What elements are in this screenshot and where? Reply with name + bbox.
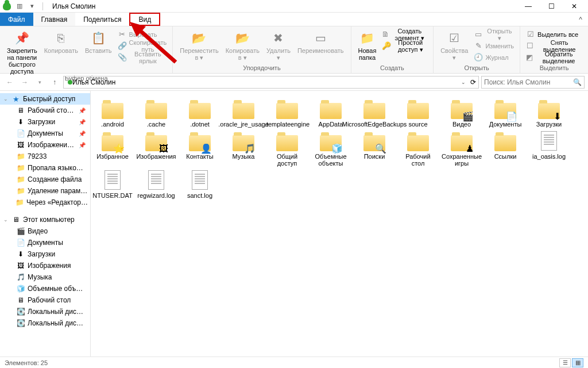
rename-button[interactable]: ▭Переименовать <box>294 28 347 54</box>
invert-button[interactable]: ◩Обратить выделение <box>524 52 585 63</box>
selectall-button[interactable]: ☑Выделить все <box>524 29 585 40</box>
sidebar-item[interactable]: 📁Пропала языко… <box>0 162 90 174</box>
file-item[interactable]: regwizard.log <box>137 168 176 199</box>
qat-properties-icon[interactable]: ▥ <box>15 2 24 11</box>
address-bar[interactable]: › Илья Смолин ⌄ ⟳ <box>63 76 479 89</box>
qat-dropdown-icon[interactable]: ▾ <box>28 2 37 11</box>
file-item[interactable]: NTUSER.DAT <box>93 168 132 199</box>
file-icon <box>148 170 164 190</box>
folder-icon <box>233 135 254 151</box>
file-item[interactable]: Объемные объекты <box>311 129 350 167</box>
paste-button[interactable]: 📋 Вставить <box>82 28 115 54</box>
file-item[interactable]: Загрузки <box>529 97 568 128</box>
file-item[interactable]: Контакты <box>180 129 219 167</box>
edit-button[interactable]: ✎Изменить <box>471 40 516 52</box>
sidebar-item-label: Пропала языко… <box>28 164 83 172</box>
file-name: Общий доступ <box>268 153 307 167</box>
file-name: ia_oasis.log <box>532 153 566 160</box>
open-button[interactable]: ▭Открыть ▾ <box>471 29 516 40</box>
sidebar-item-label: Локальный дис… <box>28 308 83 316</box>
sidebar-item[interactable]: 🎵Музыка <box>0 271 90 283</box>
copyto-button[interactable]: 📂Копировать в ▾ <box>222 28 263 61</box>
sidebar-item-label: 79233 <box>28 152 47 160</box>
sidebar-item[interactable]: 🖼Изображения <box>0 260 90 271</box>
sidebar-item[interactable]: 📁79233 <box>0 151 90 162</box>
file-item[interactable]: ia_oasis.log <box>529 129 568 167</box>
newitem-icon: 🗎 <box>382 30 389 39</box>
pin-icon: 📌 <box>79 131 86 137</box>
tab-view[interactable]: Вид <box>129 13 160 26</box>
file-item[interactable]: MicrosoftEdgeBackups <box>355 97 394 128</box>
sidebar-quickaccess[interactable]: ⌄★ Быстрый доступ <box>0 93 90 105</box>
easyaccess-button[interactable]: 🔑Простой доступ ▾ <box>380 40 430 52</box>
pin-icon: 📌 <box>79 142 86 148</box>
sidebar-thispc[interactable]: ⌄🖥 Этот компьютер <box>0 214 90 225</box>
history-button[interactable]: 🕘Журнал <box>471 52 516 63</box>
sidebar-item[interactable]: ⬇Загрузки <box>0 248 90 260</box>
copy-button[interactable]: ⎘ Копировать <box>41 28 82 54</box>
file-item[interactable]: .cache <box>137 97 176 128</box>
close-button[interactable]: ✕ <box>563 1 586 12</box>
ribbon: 📌 Закрепить на панели быстрого доступа ⎘… <box>0 26 588 74</box>
details-view-button[interactable]: ☰ <box>559 358 571 367</box>
sidebar-item[interactable]: 📄Документы📌 <box>0 128 90 139</box>
sidebar-item[interactable]: 🖥Рабочий стол <box>0 294 90 306</box>
address-dropdown-icon[interactable]: ⌄ <box>461 79 466 85</box>
sidebar-item[interactable]: 🎬Видео <box>0 225 90 237</box>
newitem-button[interactable]: 🗎Создать элемент ▾ <box>380 29 430 40</box>
sidebar-item[interactable]: 💽Локальный дис… <box>0 306 90 317</box>
file-item[interactable]: Рабочий стол <box>399 129 438 167</box>
file-item[interactable]: Избранное <box>93 129 132 167</box>
delete-button[interactable]: ✖Удалить ▾ <box>263 28 294 61</box>
sidebar-item[interactable]: ⬇Загрузки📌 <box>0 116 90 128</box>
copyto-icon: 📂 <box>234 30 250 46</box>
tab-home[interactable]: Главная <box>33 13 76 26</box>
file-item[interactable]: Сохраненные игры <box>442 129 481 167</box>
file-item[interactable]: Общий доступ <box>268 129 307 167</box>
file-item[interactable]: .dotnet <box>180 97 219 128</box>
file-name: Изображения <box>136 153 176 160</box>
sidebar-item[interactable]: 🧊Объемные объ… <box>0 283 90 294</box>
refresh-button[interactable]: ⟳ <box>470 78 476 86</box>
up-button[interactable]: ↑ <box>48 76 61 89</box>
file-item[interactable]: Изображения <box>137 129 176 167</box>
file-item[interactable]: Документы <box>486 97 525 128</box>
tab-file[interactable]: Файл <box>0 13 33 26</box>
sidebar-item[interactable]: 📁Создание файла <box>0 174 90 185</box>
file-item[interactable]: Поиски <box>355 129 394 167</box>
maximize-button[interactable]: ☐ <box>540 1 563 12</box>
minimize-button[interactable]: ― <box>517 1 540 12</box>
file-item[interactable]: .oracle_jre_usage <box>224 97 263 128</box>
pastelink-button[interactable]: 📎Вставить ярлык <box>115 52 169 63</box>
file-item[interactable]: Музыка <box>224 129 263 167</box>
file-item[interactable]: .android <box>93 97 132 128</box>
back-button[interactable]: ← <box>3 76 16 89</box>
sidebar-item[interactable]: 📁Удаление парам… <box>0 185 90 197</box>
properties-button[interactable]: ☑Свойства ▾ <box>437 28 471 61</box>
search-input[interactable]: Поиск: Илья Смолин 🔍 <box>481 76 585 89</box>
breadcrumb[interactable]: Илья Смолин <box>72 78 115 86</box>
file-item[interactable]: .templateengine <box>268 97 307 128</box>
file-item[interactable]: source <box>399 97 438 128</box>
newfolder-button[interactable]: 📁Новая папка <box>355 28 380 61</box>
tab-share[interactable]: Поделиться <box>75 13 129 26</box>
sidebar-item[interactable]: 📄Документы <box>0 237 90 248</box>
cut-button[interactable]: ✂Вырезать <box>115 29 169 40</box>
file-item[interactable]: Видео <box>442 97 481 128</box>
sidebar-item[interactable]: 💽Локальный дис… <box>0 317 90 329</box>
forward-button[interactable]: → <box>18 76 31 89</box>
file-view[interactable]: .android.cache.dotnet.oracle_jre_usage.t… <box>91 91 588 356</box>
sidebar-item[interactable]: 🖥Рабочий сто…📌 <box>0 105 90 116</box>
file-item[interactable]: sanct.log <box>180 168 219 199</box>
file-item[interactable]: Ссылки <box>486 129 525 167</box>
copypath-button[interactable]: 🔗Скопировать путь <box>115 40 169 52</box>
pin-quickaccess-button[interactable]: 📌 Закрепить на панели быстрого доступа <box>3 28 41 75</box>
sidebar-item[interactable]: 🖼Изображени…📌 <box>0 139 90 151</box>
moveto-button[interactable]: 📂Переместить в ▾ <box>176 28 222 61</box>
ribbon-collapse-button[interactable]: ^ <box>573 13 588 26</box>
selectnone-button[interactable]: ☐Снять выделение <box>524 40 585 52</box>
file-icon <box>541 131 557 151</box>
icons-view-button[interactable]: ▦ <box>572 358 583 367</box>
sidebar-item[interactable]: 📁Через «Редактор… <box>0 197 90 208</box>
recent-dropdown[interactable]: ▾ <box>33 76 46 89</box>
